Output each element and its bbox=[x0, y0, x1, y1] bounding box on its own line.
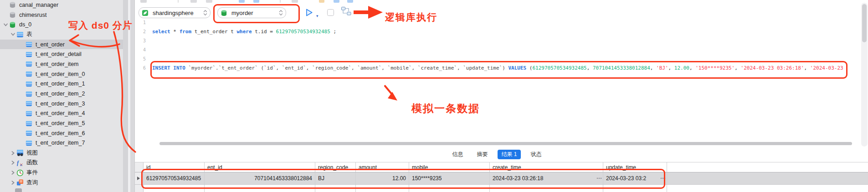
sidebar-item-t_ent_order_item_6[interactable]: t_ent_order_item_6 bbox=[0, 128, 123, 138]
sidebar-item-t_ent_order_item_3[interactable]: t_ent_order_item_3 bbox=[0, 99, 123, 109]
empty-cell[interactable] bbox=[356, 185, 409, 192]
column-header-mobile[interactable]: mobile bbox=[409, 162, 490, 172]
column-header-amount[interactable]: amount bbox=[356, 162, 409, 172]
empty-cell[interactable] bbox=[490, 185, 603, 192]
cell-overflow-icon[interactable]: ⋯ bbox=[660, 175, 665, 182]
sidebar-item-t_ent_order_item[interactable]: t_ent_order_item bbox=[0, 59, 123, 69]
sidebar-item-t_ent_order[interactable]: t_ent_order bbox=[0, 40, 123, 50]
cell-overflow-icon[interactable]: ⋯ bbox=[596, 175, 601, 182]
tab-结果 1[interactable]: 结果 1 bbox=[498, 150, 520, 159]
results-table: ident_idregion_codeamountmobilecreate_ti… bbox=[135, 162, 868, 192]
sidebar-item-label: t_ent_order_item bbox=[34, 61, 79, 67]
sidebar-item-t_ent_order_item_5[interactable]: t_ent_order_item_5 bbox=[0, 118, 123, 128]
chevron-collapsed-icon[interactable] bbox=[9, 151, 16, 155]
cell-amount[interactable]: 12.00 bbox=[356, 172, 409, 184]
sidebar-tree: canal_managerchimesrustds_0表t_ent_ordert… bbox=[0, 0, 123, 187]
empty-cell[interactable] bbox=[144, 185, 205, 192]
column-header-ent_id[interactable]: ent_id bbox=[205, 162, 315, 172]
cell-id[interactable]: 612970570534932485 bbox=[144, 172, 205, 184]
horizontal-scrollbar[interactable] bbox=[159, 142, 852, 145]
line-number: 3 bbox=[135, 36, 146, 45]
empty-row bbox=[135, 185, 868, 192]
results-header-row: ident_idregion_codeamountmobilecreate_ti… bbox=[135, 162, 868, 172]
sidebar-item-label: 视图 bbox=[25, 149, 38, 157]
empty-cell[interactable] bbox=[205, 185, 315, 192]
clipped-toolbar-icon bbox=[280, 0, 281, 3]
sidebar-item-label: t_ent_order_item_3 bbox=[34, 101, 85, 107]
sidebar-item-t_ent_order_item_1[interactable]: t_ent_order_item_1 bbox=[0, 79, 123, 89]
row-gutter bbox=[135, 185, 144, 192]
clipped-toolbar-icon bbox=[319, 0, 324, 3]
sidebar-item-label: t_ent_order_item_1 bbox=[34, 81, 85, 87]
cell-value: 2024-03-23 03:26:18 bbox=[493, 175, 543, 182]
cell-ent_id[interactable]: 7071041453338012884 bbox=[205, 172, 315, 184]
sidebar-item-t_ent_order_item_7[interactable]: t_ent_order_item_7 bbox=[0, 138, 123, 148]
result-tabs: 信息摘要结果 1状态 bbox=[135, 150, 859, 159]
column-header-id[interactable]: id bbox=[144, 162, 205, 172]
tab-摘要[interactable]: 摘要 bbox=[473, 150, 491, 159]
run-options-caret-icon[interactable]: ▾ bbox=[316, 14, 318, 18]
chevron-expanded-icon[interactable] bbox=[2, 23, 9, 27]
pane-splitter[interactable] bbox=[123, 0, 135, 192]
clipped-toolbar-icon bbox=[178, 0, 179, 3]
empty-cell[interactable] bbox=[315, 185, 356, 192]
sidebar-item-事件[interactable]: 事件 bbox=[0, 168, 123, 178]
empty-cell[interactable] bbox=[409, 185, 490, 192]
tab-信息[interactable]: 信息 bbox=[448, 150, 467, 159]
vertical-scrollbar[interactable] bbox=[861, 3, 868, 147]
chevron-expanded-icon[interactable] bbox=[9, 32, 16, 36]
database-select-label: myorder bbox=[229, 10, 279, 16]
table-icon bbox=[26, 61, 34, 67]
sidebar-item-t_ent_order_detail[interactable]: t_ent_order_detail bbox=[0, 49, 123, 59]
sidebar-item-label: t_ent_order bbox=[34, 41, 65, 48]
sidebar-item-label: t_ent_order_item_6 bbox=[34, 130, 85, 136]
sidebar-item-label: 查询 bbox=[25, 179, 38, 187]
sidebar-item-ds_0[interactable]: ds_0 bbox=[0, 20, 123, 30]
database-select[interactable]: myorder bbox=[217, 7, 286, 18]
vertical-scrollbar-thumb[interactable] bbox=[862, 4, 867, 42]
line-number: 1 bbox=[135, 18, 146, 27]
tab-状态[interactable]: 状态 bbox=[527, 150, 545, 159]
sidebar-item-函数[interactable]: fx函数 bbox=[0, 158, 123, 168]
connection-select[interactable]: shardingsphere bbox=[139, 7, 211, 18]
empty-cell[interactable] bbox=[603, 185, 667, 192]
database-ide-window: canal_managerchimesrustds_0表t_ent_ordert… bbox=[0, 0, 868, 192]
sidebar-item-t_ent_order_item_0[interactable]: t_ent_order_item_0 bbox=[0, 69, 123, 79]
line-number: 2 bbox=[135, 27, 146, 36]
sidebar-item-chimesrust[interactable]: chimesrust bbox=[0, 10, 123, 20]
sidebar-item-label: 表 bbox=[25, 30, 32, 38]
sidebar-item-label: t_ent_order_item_4 bbox=[34, 110, 85, 116]
column-header-update_time[interactable]: update_time bbox=[603, 162, 667, 172]
cell-update_time[interactable]: 2024-03-23 03:2⋯ bbox=[603, 172, 667, 184]
db-green-icon bbox=[9, 21, 18, 28]
cell-region_code[interactable]: BJ bbox=[315, 172, 356, 184]
sidebar-item-canal_manager[interactable]: canal_manager bbox=[0, 0, 123, 10]
sql-line-2[interactable]: select * from t_ent_order t where t.id =… bbox=[152, 27, 847, 36]
sidebar-item-t_ent_order_item_2[interactable]: t_ent_order_item_2 bbox=[0, 89, 123, 99]
column-header-region_code[interactable]: region_code bbox=[315, 162, 356, 172]
sidebar-item-表[interactable]: 表 bbox=[0, 30, 123, 40]
toolbar-checkbox[interactable] bbox=[327, 9, 334, 16]
connection-leaf-icon bbox=[142, 10, 150, 16]
table-icon bbox=[26, 51, 34, 58]
run-button[interactable] bbox=[304, 8, 313, 17]
table-icon bbox=[26, 110, 34, 117]
chevron-collapsed-icon[interactable] bbox=[9, 161, 16, 165]
sidebar-item-label: chimesrust bbox=[18, 12, 46, 18]
sidebar-item-视图[interactable]: 视图 bbox=[0, 148, 123, 158]
sidebar-item-t_ent_order_item_4[interactable]: t_ent_order_item_4 bbox=[0, 109, 123, 119]
cell-mobile[interactable]: 150****9235 bbox=[409, 172, 490, 184]
table-icon bbox=[26, 100, 34, 107]
sql-line-6[interactable]: INSERT INTO `myorder`.`t_ent_order` (`id… bbox=[152, 64, 847, 73]
column-header-create_time[interactable]: create_time bbox=[490, 162, 603, 172]
chevron-collapsed-icon[interactable] bbox=[9, 181, 16, 185]
table-icon bbox=[26, 71, 34, 77]
execution-plan-icon[interactable] bbox=[341, 6, 352, 18]
sidebar-item-查询[interactable]: 查询 bbox=[0, 177, 123, 187]
chevron-collapsed-icon[interactable] bbox=[9, 171, 16, 175]
database-green-icon bbox=[221, 10, 229, 16]
table-icon bbox=[26, 81, 34, 87]
result-data-row[interactable]: 6129705705349324857071041453338012884BJ1… bbox=[135, 172, 868, 185]
clipped-toolbar-icon bbox=[190, 0, 197, 3]
cell-create_time[interactable]: 2024-03-23 03:26:18⋯ bbox=[490, 172, 603, 184]
